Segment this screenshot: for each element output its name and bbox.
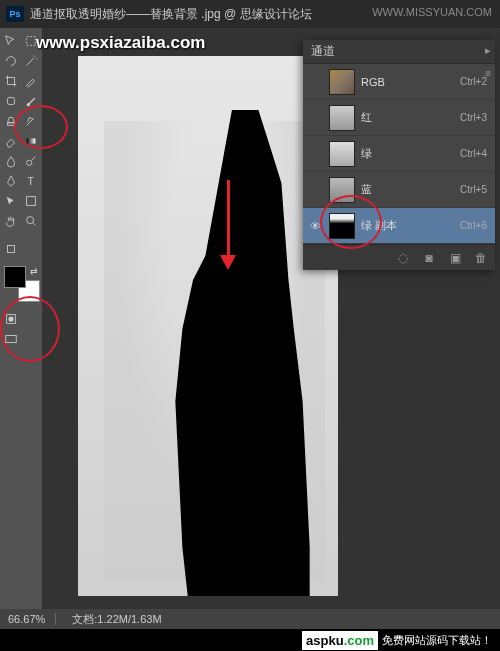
foreground-color-swatch[interactable] [4,266,26,288]
channel-shortcut: Ctrl+3 [460,112,487,123]
svg-rect-2 [27,138,36,143]
crop-tool[interactable] [2,72,20,90]
channel-thumbnail [329,177,355,203]
channel-thumbnail [329,141,355,167]
channel-blue[interactable]: 蓝 Ctrl+5 [303,172,495,208]
svg-rect-7 [8,246,15,253]
document-info[interactable]: 文档:1.22M/1.63M [72,612,161,627]
panel-collapse-icon[interactable]: ▸ [485,44,491,57]
color-swatch: ⇄ [4,266,40,302]
channel-thumbnail [329,213,355,239]
history-brush-tool[interactable] [22,112,40,130]
eraser-tool[interactable] [2,132,20,150]
svg-point-3 [27,160,32,165]
channel-name: 红 [361,110,460,125]
visibility-toggle-icon[interactable]: 👁 [307,220,323,232]
ps-app-icon: Ps [6,6,24,22]
channel-shortcut: Ctrl+4 [460,148,487,159]
type-tool[interactable]: T [22,172,40,190]
channel-name: RGB [361,76,460,88]
magic-wand-tool[interactable] [22,52,40,70]
dodge-tool[interactable] [22,152,40,170]
svg-rect-0 [27,37,36,46]
shape-tool[interactable] [22,192,40,210]
tools-panel: T ⇄ [0,28,42,608]
channel-rgb[interactable]: RGB Ctrl+2 [303,64,495,100]
move-tool[interactable] [2,32,20,50]
status-bar: 66.67% 文档:1.22M/1.63M [0,609,500,629]
blur-tool[interactable] [2,152,20,170]
canvas-image [78,56,338,596]
screen-mode-tool[interactable] [2,330,20,348]
load-selection-icon[interactable]: ◌ [395,250,411,266]
annotation-arrow [218,180,238,270]
save-selection-icon[interactable]: ◙ [421,250,437,266]
panel-menu-icon[interactable]: ≡ [485,68,491,79]
brush-tool[interactable] [22,92,40,110]
bottom-watermark: aspku.com 免费网站源码下载站！ [0,629,500,651]
channel-thumbnail [329,69,355,95]
top-right-watermark: WWW.MISSYUAN.COM [372,6,492,18]
path-selection-tool[interactable] [2,192,20,210]
channel-shortcut: Ctrl+5 [460,184,487,195]
new-channel-icon[interactable]: ▣ [447,250,463,266]
svg-rect-1 [8,98,15,105]
lasso-tool[interactable] [2,52,20,70]
channel-shortcut: Ctrl+2 [460,76,487,87]
swap-colors-icon[interactable]: ⇄ [30,266,38,276]
channels-panel: ▸ 通道 ≡ RGB Ctrl+2 红 Ctrl+3 绿 Ctrl+4 蓝 Ct… [303,40,495,270]
svg-text:T: T [28,175,35,187]
channel-green-copy[interactable]: 👁 绿 副本 Ctrl+6 [303,208,495,244]
watermark-text: 免费网站源码下载站！ [382,633,492,648]
document-title: 通道抠取透明婚纱——替换背景 .jpg @ 思缘设计论坛 [30,6,312,23]
channel-name: 绿 [361,146,460,161]
quick-mask-tool[interactable] [2,310,20,328]
delete-channel-icon[interactable]: 🗑 [473,250,489,266]
hand-tool[interactable] [2,212,20,230]
channel-green[interactable]: 绿 Ctrl+4 [303,136,495,172]
misc-tool-1[interactable] [2,240,20,258]
svg-rect-10 [6,336,17,343]
watermark-url: www.psxiazaiba.com [36,33,205,53]
channels-panel-title: 通道 [311,43,335,60]
healing-brush-tool[interactable] [2,92,20,110]
svg-rect-5 [27,197,36,206]
channel-shortcut: Ctrl+6 [460,220,487,231]
zoom-level[interactable]: 66.67% [8,613,56,625]
svg-point-9 [8,316,13,321]
channels-panel-header[interactable]: 通道 [303,40,495,64]
channel-name: 绿 副本 [361,218,460,233]
clone-stamp-tool[interactable] [2,112,20,130]
zoom-tool[interactable] [22,212,40,230]
channel-name: 蓝 [361,182,460,197]
channels-panel-footer: ◌ ◙ ▣ 🗑 [303,244,495,270]
watermark-logo: aspku.com [302,631,378,650]
gradient-tool[interactable] [22,132,40,150]
pen-tool[interactable] [2,172,20,190]
svg-point-6 [27,217,34,224]
eyedropper-tool[interactable] [22,72,40,90]
channel-thumbnail [329,105,355,131]
channel-red[interactable]: 红 Ctrl+3 [303,100,495,136]
